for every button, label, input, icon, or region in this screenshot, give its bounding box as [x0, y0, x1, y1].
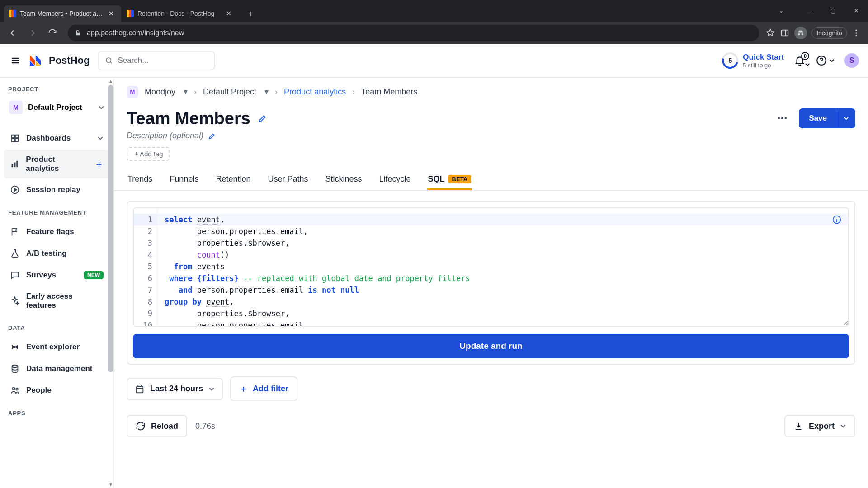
- panel-icon[interactable]: [780, 28, 790, 38]
- back-button[interactable]: [4, 24, 22, 42]
- svg-rect-7: [15, 135, 18, 138]
- close-icon[interactable]: ✕: [224, 10, 233, 17]
- nav-dashboards[interactable]: Dashboards: [4, 128, 110, 149]
- nav-feature-flags[interactable]: Feature flags: [4, 221, 110, 242]
- tab-sql[interactable]: SQL BETA: [427, 169, 472, 190]
- nav-scrollbar[interactable]: ▲ ▼: [108, 78, 113, 488]
- edit-description-icon[interactable]: [208, 132, 216, 140]
- info-icon[interactable]: [832, 215, 842, 225]
- nav-label: Session replay: [26, 185, 80, 194]
- nav-ab-testing[interactable]: A/B testing: [4, 243, 110, 264]
- nav-label: A/B testing: [26, 249, 67, 258]
- user-avatar[interactable]: S: [844, 53, 859, 68]
- signal-icon: [10, 342, 20, 352]
- posthog-favicon-icon: [9, 10, 16, 17]
- more-actions-button[interactable]: •••: [774, 110, 792, 127]
- nav-label: Product analytics: [26, 155, 88, 173]
- search-placeholder: Search...: [118, 56, 148, 65]
- nav-label: Early access features: [26, 292, 104, 310]
- reload-button[interactable]: [43, 24, 61, 42]
- reload-query-button[interactable]: Reload: [127, 415, 187, 437]
- nav-event-explorer[interactable]: Event explorer: [4, 337, 110, 357]
- section-feature-label: FEATURE MANAGEMENT: [0, 201, 113, 221]
- plus-icon: ＋: [239, 383, 248, 395]
- scroll-up-icon: ▲: [108, 79, 113, 84]
- svg-rect-8: [12, 139, 14, 141]
- posthog-logo-text: PostHog: [49, 55, 90, 66]
- tab-label: Lifecycle: [379, 174, 411, 184]
- save-button[interactable]: Save: [799, 108, 855, 128]
- project-selector[interactable]: M Default Project: [5, 97, 109, 118]
- tab-funnels[interactable]: Funnels: [169, 169, 199, 190]
- dashboard-icon: [10, 133, 20, 143]
- close-window-icon[interactable]: ✕: [844, 2, 868, 20]
- tab-trends[interactable]: Trends: [127, 169, 153, 190]
- incognito-icon[interactable]: [794, 27, 807, 39]
- tab-user-paths[interactable]: User Paths: [267, 169, 309, 190]
- avatar-initial: S: [849, 56, 854, 65]
- chevron-down-icon[interactable]: ▾: [184, 87, 188, 97]
- notifications-button[interactable]: 0: [794, 55, 806, 66]
- breadcrumb-org[interactable]: Moodjoy: [145, 87, 175, 97]
- kebab-menu-icon[interactable]: [852, 28, 861, 38]
- nav-early-access[interactable]: Early access features: [4, 286, 110, 315]
- description-placeholder[interactable]: Description (optional): [127, 131, 203, 141]
- nav-surveys[interactable]: Surveys NEW: [4, 265, 110, 286]
- add-tag-button[interactable]: ＋Add tag: [127, 147, 170, 161]
- breadcrumb-project[interactable]: Default Project: [203, 87, 256, 97]
- nav-label: Data management: [26, 364, 92, 373]
- breadcrumb-area[interactable]: Product analytics: [284, 87, 346, 97]
- chevron-down-icon[interactable]: ⌄: [769, 2, 793, 20]
- save-dropdown-icon[interactable]: [837, 110, 855, 127]
- menu-toggle-icon[interactable]: [9, 54, 22, 67]
- scrollbar-thumb[interactable]: [108, 85, 113, 372]
- code-body[interactable]: select event, person.properties.email, p…: [157, 208, 848, 326]
- tab-retention[interactable]: Retention: [215, 169, 251, 190]
- update-and-run-button[interactable]: Update and run: [133, 334, 849, 358]
- chevron-down-icon[interactable]: ▾: [264, 87, 269, 97]
- tab-label: Funnels: [170, 174, 198, 184]
- date-range-label: Last 24 hours: [150, 384, 203, 394]
- incognito-pill[interactable]: Incognito: [811, 27, 847, 39]
- maximize-icon[interactable]: ▢: [821, 2, 844, 20]
- quickstart-count: 5: [728, 57, 732, 64]
- posthog-logo[interactable]: PostHog: [30, 55, 90, 66]
- chart-icon: [10, 159, 19, 169]
- quickstart-widget[interactable]: 5 Quick Start 5 still to go: [722, 52, 784, 69]
- nav-session-replay[interactable]: Session replay: [4, 179, 110, 200]
- help-button[interactable]: [816, 55, 835, 66]
- sql-editor[interactable]: 1234567891011 select event, person.prope…: [133, 207, 849, 327]
- nav-label: Feature flags: [26, 227, 74, 236]
- main-content: M Moodjoy ▾ › Default Project ▾ › Produc…: [114, 78, 868, 488]
- add-insight-icon[interactable]: ＋: [94, 158, 104, 170]
- add-filter-button[interactable]: ＋ Add filter: [230, 376, 297, 401]
- browser-tab-0[interactable]: Team Members • Product analyt ✕: [4, 5, 121, 22]
- nav-product-analytics[interactable]: Product analytics ＋: [4, 150, 110, 178]
- export-label: Export: [809, 422, 835, 431]
- quickstart-title: Quick Start: [743, 53, 784, 62]
- tab-lifecycle[interactable]: Lifecycle: [378, 169, 412, 190]
- edit-title-icon[interactable]: [258, 113, 268, 123]
- new-tab-button[interactable]: ＋: [242, 5, 259, 22]
- chevron-down-icon: [829, 58, 835, 63]
- date-range-picker[interactable]: Last 24 hours: [127, 378, 223, 400]
- resize-handle-icon[interactable]: [842, 319, 847, 325]
- browser-tab-1[interactable]: Retention - Docs - PostHog ✕: [121, 5, 239, 22]
- address-bar[interactable]: app.posthog.com/insights/new: [68, 25, 759, 41]
- download-icon: [793, 421, 803, 431]
- svg-point-1: [855, 30, 857, 31]
- breadcrumb-current: Team Members: [361, 87, 417, 97]
- tab-stickiness[interactable]: Stickiness: [325, 169, 363, 190]
- minimize-icon[interactable]: —: [797, 2, 821, 20]
- nav-data-management[interactable]: Data management: [4, 358, 110, 379]
- database-icon: [10, 364, 20, 374]
- nav-people[interactable]: People: [4, 380, 110, 401]
- global-search[interactable]: Search...: [98, 51, 215, 70]
- search-icon: [105, 56, 113, 65]
- forward-button[interactable]: [24, 24, 42, 42]
- close-icon[interactable]: ✕: [107, 10, 116, 17]
- bookmark-icon[interactable]: [765, 28, 775, 38]
- export-button[interactable]: Export: [784, 415, 855, 437]
- project-name: Default Project: [28, 103, 82, 112]
- chevron-down-icon: [208, 386, 215, 392]
